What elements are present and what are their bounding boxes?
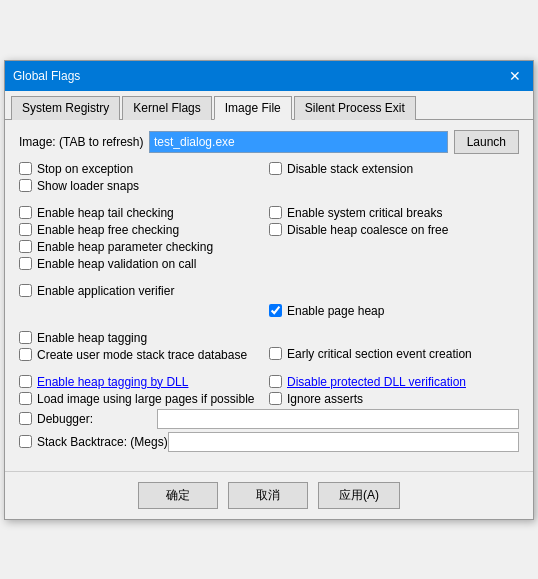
tab-bar: System Registry Kernel Flags Image File … [5, 91, 533, 120]
global-flags-dialog: Global Flags ✕ System Registry Kernel Fl… [4, 60, 534, 520]
system-critical-breaks-row: Enable system critical breaks [269, 206, 519, 220]
show-loader-snaps-label: Show loader snaps [37, 179, 139, 193]
bottom-buttons: 确定 取消 应用(A) [5, 471, 533, 519]
heap-tagging-options: Enable heap tagging Create user mode sta… [19, 331, 519, 365]
image-label: Image: (TAB to refresh) [19, 135, 149, 149]
ok-button[interactable]: 确定 [138, 482, 218, 509]
heap-tagging-label: Enable heap tagging [37, 331, 147, 345]
heap-options: Enable heap tail checking Enable heap fr… [19, 206, 519, 274]
early-critical-section-checkbox[interactable] [269, 347, 282, 360]
disable-stack-extension-row: Disable stack extension [269, 162, 519, 176]
page-heap-checkbox[interactable] [269, 304, 282, 317]
protected-dll-row: Disable protected DLL verification [269, 375, 519, 389]
protected-dll-checkbox[interactable] [269, 375, 282, 388]
top-options: Stop on exception Show loader snaps Disa… [19, 162, 519, 196]
col-right-dll: Disable protected DLL verification Ignor… [269, 375, 519, 409]
heap-tagging-checkbox[interactable] [19, 331, 32, 344]
cancel-button[interactable]: 取消 [228, 482, 308, 509]
protected-dll-link[interactable]: Disable protected DLL verification [287, 375, 466, 389]
image-input[interactable] [149, 131, 448, 153]
ignore-asserts-checkbox[interactable] [269, 392, 282, 405]
stop-on-exception-checkbox[interactable] [19, 162, 32, 175]
heap-tail-checking-label: Enable heap tail checking [37, 206, 174, 220]
heap-free-checking-label: Enable heap free checking [37, 223, 179, 237]
show-loader-snaps-checkbox[interactable] [19, 179, 32, 192]
early-critical-section-row: Early critical section event creation [269, 347, 519, 361]
apply-button[interactable]: 应用(A) [318, 482, 400, 509]
heap-tagging-dll-link[interactable]: Enable heap tagging by DLL [37, 375, 188, 389]
heap-coalesce-label: Disable heap coalesce on free [287, 223, 448, 237]
heap-parameter-checking-label: Enable heap parameter checking [37, 240, 213, 254]
heap-tagging-dll-label: Enable heap tagging by DLL [37, 375, 188, 389]
col-right-heap: Enable system critical breaks Disable he… [269, 206, 519, 274]
stop-on-exception-label: Stop on exception [37, 162, 133, 176]
col-right-top: Disable stack extension [269, 162, 519, 196]
col-left-heap: Enable heap tail checking Enable heap fr… [19, 206, 269, 274]
large-pages-row: Load image using large pages if possible [19, 392, 269, 406]
col-right-page-heap: Enable page heap [269, 284, 519, 321]
debugger-input[interactable] [157, 409, 519, 429]
stack-backtrace-input[interactable] [168, 432, 519, 452]
close-button[interactable]: ✕ [505, 66, 525, 86]
stack-trace-db-checkbox[interactable] [19, 348, 32, 361]
debugger-checkbox[interactable] [19, 412, 32, 425]
heap-validation-on-call-row: Enable heap validation on call [19, 257, 269, 271]
tab-system-registry[interactable]: System Registry [11, 96, 120, 120]
stack-backtrace-checkbox[interactable] [19, 435, 32, 448]
col-left-verifier: Enable application verifier [19, 284, 269, 321]
protected-dll-label: Disable protected DLL verification [287, 375, 466, 389]
debugger-row: Debugger: [19, 409, 519, 429]
dll-options: Enable heap tagging by DLL Load image us… [19, 375, 519, 409]
heap-tagging-dll-checkbox[interactable] [19, 375, 32, 388]
disable-stack-extension-label: Disable stack extension [287, 162, 413, 176]
col-left-tagging: Enable heap tagging Create user mode sta… [19, 331, 269, 365]
heap-tagging-dll-row: Enable heap tagging by DLL [19, 375, 269, 389]
heap-validation-on-call-label: Enable heap validation on call [37, 257, 196, 271]
tab-image-file[interactable]: Image File [214, 96, 292, 120]
tab-kernel-flags[interactable]: Kernel Flags [122, 96, 211, 120]
large-pages-checkbox[interactable] [19, 392, 32, 405]
stack-trace-db-row: Create user mode stack trace database [19, 348, 269, 362]
large-pages-label: Load image using large pages if possible [37, 392, 254, 406]
heap-validation-on-call-checkbox[interactable] [19, 257, 32, 270]
heap-coalesce-row: Disable heap coalesce on free [269, 223, 519, 237]
page-heap-label: Enable page heap [287, 304, 384, 318]
stack-backtrace-label: Stack Backtrace: (Megs) [37, 435, 168, 449]
heap-parameter-checking-row: Enable heap parameter checking [19, 240, 269, 254]
app-verifier-row: Enable application verifier [19, 284, 269, 298]
heap-tail-checking-checkbox[interactable] [19, 206, 32, 219]
launch-button[interactable]: Launch [454, 130, 519, 154]
app-verifier-checkbox[interactable] [19, 284, 32, 297]
stack-backtrace-row: Stack Backtrace: (Megs) [19, 432, 519, 452]
system-critical-breaks-label: Enable system critical breaks [287, 206, 442, 220]
image-row: Image: (TAB to refresh) Launch [19, 130, 519, 154]
stack-trace-db-label: Create user mode stack trace database [37, 348, 247, 362]
col-left-dll: Enable heap tagging by DLL Load image us… [19, 375, 269, 409]
col-left-top: Stop on exception Show loader snaps [19, 162, 269, 196]
heap-tagging-row: Enable heap tagging [19, 331, 269, 345]
title-bar: Global Flags ✕ [5, 61, 533, 91]
heap-free-checking-checkbox[interactable] [19, 223, 32, 236]
early-critical-section-label: Early critical section event creation [287, 347, 472, 361]
disable-stack-extension-checkbox[interactable] [269, 162, 282, 175]
heap-parameter-checking-checkbox[interactable] [19, 240, 32, 253]
dialog-title: Global Flags [13, 69, 80, 83]
ignore-asserts-row: Ignore asserts [269, 392, 519, 406]
ignore-asserts-label: Ignore asserts [287, 392, 363, 406]
heap-free-checking-row: Enable heap free checking [19, 223, 269, 237]
system-critical-breaks-checkbox[interactable] [269, 206, 282, 219]
app-verifier-label: Enable application verifier [37, 284, 174, 298]
debugger-label: Debugger: [37, 412, 157, 426]
heap-coalesce-checkbox[interactable] [269, 223, 282, 236]
verifier-options: Enable application verifier Enable page … [19, 284, 519, 321]
col-right-tagging: Early critical section event creation [269, 331, 519, 365]
tab-silent-process-exit[interactable]: Silent Process Exit [294, 96, 416, 120]
heap-tail-checking-row: Enable heap tail checking [19, 206, 269, 220]
content-area: Image: (TAB to refresh) Launch Stop on e… [5, 120, 533, 465]
enable-page-heap-row: Enable page heap [269, 304, 519, 318]
show-loader-snaps-row: Show loader snaps [19, 179, 269, 193]
stop-on-exception-row: Stop on exception [19, 162, 269, 176]
